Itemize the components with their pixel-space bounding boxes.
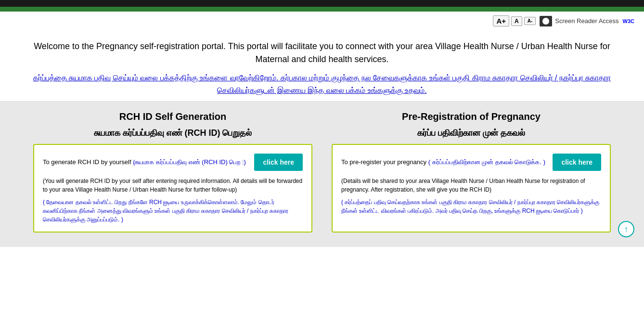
rch-main-line: To generate RCH ID by yourself (சுயமாக க… <box>43 154 303 171</box>
screen-reader-icon <box>540 16 552 26</box>
scroll-top-icon: ↑ <box>624 224 629 234</box>
top-bar-green <box>0 7 644 12</box>
welcome-tamil-text: கர்ப்பத்தை சுயமாக பதிவு செய்யும் வலை பக்… <box>19 72 625 96</box>
rch-main-text-en: To generate RCH ID by yourself <box>43 158 131 166</box>
rch-detail-ta: ( தேவையான தகவல் உள்ளிட்ட பிறது நீங்களே R… <box>43 198 303 224</box>
increase-font-button[interactable]: A+ <box>493 15 509 26</box>
prereg-click-here-button[interactable]: click here <box>553 154 601 171</box>
cards-section: RCH ID Self Generation சுயமாக கர்ப்பப்பத… <box>0 102 644 247</box>
rch-title-ta: சுயமாக கர்ப்பப்பதிவு எண் (RCH ID) பெறுதல… <box>33 128 312 138</box>
rch-detail-en: (You will generate RCH ID by your self a… <box>43 177 303 194</box>
prereg-title-en: Pre-Registration of Pregnancy <box>332 111 611 122</box>
decrease-font-button[interactable]: A- <box>524 17 536 25</box>
screen-reader-icon-inner <box>542 18 549 25</box>
prereg-detail-ta: ( கர்ப்பத்தைப் பதிவு செய்வதற்காக உங்கள் … <box>341 198 601 215</box>
normal-font-button[interactable]: A <box>511 16 522 26</box>
w3c-badge: W3C <box>623 18 634 24</box>
prereg-card-column: Pre-Registration of Pregnancy கர்ப்ப பதி… <box>332 111 611 233</box>
prereg-main-text: To pre-register your pregnancy ( கர்ப்பப… <box>341 158 548 166</box>
scroll-to-top-button[interactable]: ↑ <box>618 221 634 237</box>
welcome-section: Welcome to the Pregnancy self-registrati… <box>0 30 644 102</box>
prereg-detail-en: (Details will be shared to your area Vil… <box>341 177 601 194</box>
prereg-main-text-en: To pre-register your pregnancy <box>341 158 426 166</box>
rch-main-text-ta: (சுயமாக கர்ப்பப்பதிவு எண் (RCH ID) பெற :… <box>133 158 246 166</box>
prereg-main-line: To pre-register your pregnancy ( கர்ப்பப… <box>341 154 601 171</box>
welcome-english-text: Welcome to the Pregnancy self-registrati… <box>19 40 625 66</box>
rch-card-box: To generate RCH ID by yourself (சுயமாக க… <box>33 144 312 233</box>
prereg-title-ta: கர்ப்ப பதிவிற்கான முன் தகவல் <box>332 128 611 138</box>
rch-card-column: RCH ID Self Generation சுயமாக கர்ப்பப்பத… <box>33 111 312 233</box>
top-bar-dark <box>0 0 644 7</box>
rch-main-text: To generate RCH ID by yourself (சுயமாக க… <box>43 158 249 166</box>
rch-title-en: RCH ID Self Generation <box>33 111 312 122</box>
rch-click-here-button[interactable]: click here <box>254 154 303 171</box>
prereg-card-box: To pre-register your pregnancy ( கர்ப்பப… <box>332 144 611 233</box>
prereg-main-text-ta: ( கர்ப்பப்பதிவிற்கான முன் தகவல் கொடுக்க.… <box>428 158 545 166</box>
screen-reader-label[interactable]: Screen Reader Access <box>555 17 618 25</box>
accessibility-bar: A+ A A- Screen Reader Access W3C <box>0 12 644 30</box>
